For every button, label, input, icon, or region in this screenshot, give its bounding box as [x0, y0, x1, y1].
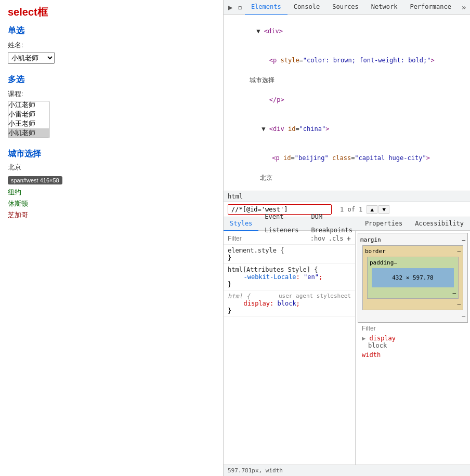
tree-line[interactable]: </p>: [224, 183, 470, 191]
devtools-top-tabs: ▶ ◽ Elements Console Sources Network Per…: [224, 0, 470, 15]
tab-styles[interactable]: Styles: [224, 217, 258, 231]
html-tree: ▼ <div> <p style="color: brown; font-wei…: [224, 15, 470, 191]
city-huston: 休斯顿: [8, 199, 215, 208]
tree-line: 城市选择: [224, 75, 470, 85]
border-bottom-dash: –: [457, 301, 461, 308]
breadcrumb-html[interactable]: html: [228, 193, 243, 200]
tree-line: 北京: [224, 173, 470, 183]
multi-select-label: 课程:: [8, 89, 215, 99]
tree-line[interactable]: ▼ <div id="china">: [224, 114, 470, 143]
css-prop-display: ▶ display block: [358, 334, 468, 350]
breadcrumb-bar: html: [224, 191, 470, 202]
city-heading: 城市选择: [8, 149, 215, 160]
tree-line[interactable]: <p style="color: brown; font-weight: bol…: [224, 46, 470, 75]
filter-plus-button[interactable]: +: [347, 234, 351, 243]
box-model-pane: margin – border – padding–: [356, 231, 470, 465]
styles-pane: :hov .cls + element.style { } html[Attri…: [224, 231, 470, 465]
multi-select-heading: 多选: [8, 74, 215, 85]
cursor-icon[interactable]: ▶: [226, 0, 235, 15]
display-prop-name: display: [369, 335, 396, 342]
style-block-html: html { user agent stylesheet display: bl…: [224, 290, 355, 317]
style-display-prop: display: block;: [236, 300, 300, 307]
tab-elements[interactable]: Elements: [245, 0, 288, 15]
tree-line[interactable]: </p>: [224, 85, 470, 114]
style-selector-html-attr: html[Attributes Style] {: [228, 266, 318, 273]
filter-input[interactable]: [228, 235, 307, 242]
style-selector-html: html {: [228, 293, 250, 300]
city-beijing: 北京: [8, 163, 215, 172]
tab-accessibility[interactable]: Accessibility: [409, 217, 470, 231]
width-prop-name: width: [362, 351, 381, 359]
tab-sources[interactable]: Sources: [326, 0, 365, 15]
city-section: 城市选择 北京 span#west 416×58 纽约 休斯顿 芝加哥: [8, 149, 215, 220]
search-prev-button[interactable]: ▲: [367, 205, 377, 214]
display-value: block: [362, 342, 387, 349]
multi-select-input[interactable]: 小江老师 小雷老师 小王老师 小凯老师: [8, 101, 49, 138]
border-dash: –: [457, 248, 461, 255]
search-next-button[interactable]: ▼: [378, 205, 389, 214]
margin-dash: –: [462, 236, 465, 243]
single-select-section: 姓名: 小凯老师 小江老师 小雷老师 小王老师: [8, 41, 215, 64]
margin-label: margin: [360, 236, 381, 243]
status-coords: 597.781px,: [228, 467, 262, 474]
style-source-uas: user agent stylesheet: [279, 293, 351, 299]
box-content: 432 × 597.78: [372, 268, 454, 287]
status-bar: 597.781px, width: [224, 465, 470, 476]
box-border: border – padding– 432 × 597.78 –: [362, 245, 463, 310]
mobile-icon[interactable]: ◽: [235, 0, 244, 15]
bottom-filter-input[interactable]: [362, 325, 464, 332]
tree-line[interactable]: ▼ <div>: [224, 17, 470, 46]
styles-left: :hov .cls + element.style { } html[Attri…: [224, 231, 356, 465]
padding-label: padding–: [370, 259, 397, 266]
style-block-html-attr: html[Attributes Style] { -webkit-Locale:…: [224, 264, 355, 290]
filter-cls[interactable]: .cls: [329, 235, 344, 242]
bottom-tabs: Styles Event Listeners DOM Breakpoints P…: [224, 217, 470, 231]
filter-pseudo[interactable]: :hov: [310, 235, 325, 242]
tab-console[interactable]: Console: [288, 0, 327, 15]
padding-bottom-dash: –: [452, 289, 456, 296]
city-newyork: 纽约: [8, 188, 215, 197]
box-content-size: 432 × 597.78: [392, 274, 433, 281]
tooltip-badge: span#west 416×58: [8, 176, 62, 184]
single-select-input[interactable]: 小凯老师 小江老师 小雷老师 小王老师: [8, 52, 55, 64]
tab-network[interactable]: Network: [365, 0, 404, 15]
page-title: select框: [8, 5, 215, 19]
more-tabs-icon[interactable]: »: [458, 0, 470, 15]
multi-select-section: 课程: 小江老师 小雷老师 小王老师 小凯老师: [8, 89, 215, 138]
tree-line[interactable]: <p id="beijing" class="capital huge-city…: [224, 143, 470, 173]
single-select-label: 姓名:: [8, 41, 215, 50]
status-text: 597.781px, width: [228, 467, 283, 474]
style-block-element: element.style { }: [224, 245, 355, 264]
tab-performance[interactable]: Performance: [403, 0, 457, 15]
style-close3: }: [228, 307, 231, 314]
search-nav: ▲ ▼: [367, 205, 389, 214]
border-label: border: [365, 248, 386, 255]
margin-bottom-dash: –: [462, 312, 465, 319]
box-padding: padding– 432 × 597.78 –: [367, 257, 459, 299]
style-selector: element.style {: [228, 247, 284, 254]
filter-bar: :hov .cls +: [224, 233, 355, 245]
tab-properties[interactable]: Properties: [359, 217, 409, 231]
city-chicago: 芝加哥: [8, 210, 215, 220]
box-margin: margin – border – padding–: [358, 233, 468, 323]
style-close2: }: [228, 281, 231, 288]
single-select-heading: 单选: [8, 25, 215, 36]
style-webkit-locale-prop: -webkit-Locale: "en";: [236, 273, 322, 281]
style-close: }: [228, 254, 231, 261]
bottom-filter-bar: [358, 323, 468, 334]
status-width: width: [266, 467, 283, 474]
display-expand-arrow[interactable]: ▶: [362, 335, 365, 342]
css-prop-width: width: [358, 350, 468, 360]
left-panel: select框 单选 姓名: 小凯老师 小江老师 小雷老师 小王老师 多选 课程…: [0, 0, 224, 476]
devtools-panel: ▶ ◽ Elements Console Sources Network Per…: [224, 0, 470, 476]
